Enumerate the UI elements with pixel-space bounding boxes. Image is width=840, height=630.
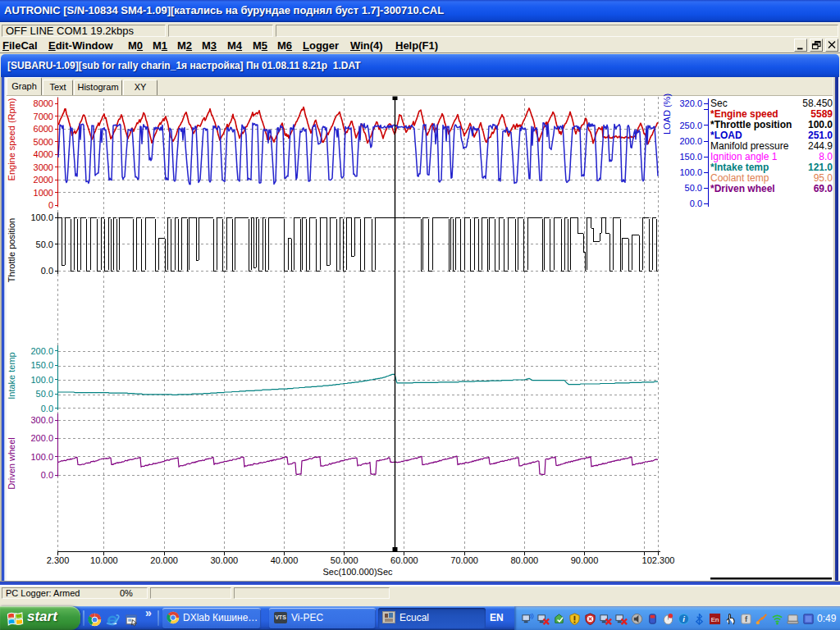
svg-text:1000: 1000	[34, 188, 53, 198]
svg-text:Sec(100.000)Sec: Sec(100.000)Sec	[323, 567, 393, 577]
svg-text:0.0: 0.0	[41, 470, 53, 480]
svg-text:50.0: 50.0	[36, 389, 53, 399]
svg-text:Engine speed (Rpm): Engine speed (Rpm)	[7, 98, 16, 181]
svg-text:250.0: 250.0	[679, 121, 702, 130]
svg-text:2000: 2000	[34, 175, 53, 185]
svg-text:8000: 8000	[34, 98, 53, 108]
svg-text:100.0: 100.0	[30, 452, 53, 462]
svg-text:320.0: 320.0	[679, 98, 702, 108]
svg-text:*Driven wheel: *Driven wheel	[710, 183, 775, 194]
svg-text:60.000: 60.000	[390, 555, 418, 565]
svg-text:50.0: 50.0	[36, 240, 53, 249]
svg-text:*Engine speed: *Engine speed	[710, 108, 778, 120]
svg-text:5000: 5000	[34, 137, 53, 147]
svg-text:121.0: 121.0	[808, 162, 833, 173]
svg-text:20.000: 20.000	[150, 555, 178, 565]
svg-text:40.000: 40.000	[271, 555, 299, 565]
svg-text:Sec: Sec	[710, 98, 728, 109]
svg-text:0: 0	[48, 200, 53, 210]
svg-text:8.0: 8.0	[819, 151, 833, 162]
svg-text:0.0: 0.0	[41, 266, 53, 276]
svg-text:Coolant temp: Coolant temp	[710, 172, 769, 184]
svg-text:30.000: 30.000	[210, 555, 238, 565]
svg-text:10.000: 10.000	[90, 555, 118, 565]
svg-text:5589: 5589	[810, 108, 833, 120]
svg-text:58.450: 58.450	[802, 98, 833, 109]
svg-text:244.9: 244.9	[808, 140, 833, 152]
svg-text:95.0: 95.0	[814, 172, 833, 184]
svg-text:LOAD (%): LOAD (%)	[662, 94, 672, 135]
svg-text:90.000: 90.000	[571, 555, 599, 565]
svg-text:En: En	[711, 616, 719, 623]
svg-text:300.0: 300.0	[30, 415, 53, 425]
svg-text:100.0: 100.0	[679, 167, 702, 177]
svg-text:80.000: 80.000	[510, 555, 538, 565]
svg-text:150.0: 150.0	[30, 360, 53, 370]
svg-text:150.0: 150.0	[679, 152, 702, 162]
svg-text:*Intake temp: *Intake temp	[710, 162, 769, 173]
svg-text:4000: 4000	[34, 149, 53, 159]
svg-text:100.0: 100.0	[30, 375, 53, 385]
svg-text:2.300: 2.300	[47, 555, 70, 565]
svg-text:0.0: 0.0	[41, 404, 53, 413]
svg-text:69.0: 69.0	[814, 183, 833, 194]
svg-text:50.0: 50.0	[685, 183, 702, 193]
svg-text:Ignition angle 1: Ignition angle 1	[710, 151, 778, 162]
svg-text:Manifold pressure: Manifold pressure	[710, 140, 789, 152]
svg-text:Driven wheel: Driven wheel	[7, 437, 16, 490]
svg-text:50.000: 50.000	[331, 555, 358, 565]
svg-text:6000: 6000	[34, 124, 53, 134]
svg-text:7000: 7000	[34, 112, 53, 121]
svg-text:0.0: 0.0	[690, 199, 702, 208]
svg-text:Throttle position: Throttle position	[7, 218, 16, 282]
svg-text:i: i	[682, 615, 685, 623]
svg-text:*Throttle position: *Throttle position	[710, 119, 792, 130]
svg-text:*LOAD: *LOAD	[710, 130, 742, 141]
svg-text:3000: 3000	[34, 162, 53, 172]
svg-text:200.0: 200.0	[30, 433, 53, 443]
svg-text:200.0: 200.0	[679, 136, 702, 146]
svg-text:70.000: 70.000	[450, 555, 478, 565]
svg-text:200.0: 200.0	[30, 346, 53, 356]
svg-text:102.300: 102.300	[642, 555, 675, 565]
svg-text:100.0: 100.0	[808, 119, 833, 130]
svg-text:251.0: 251.0	[808, 130, 833, 141]
svg-text:Intake temp: Intake temp	[7, 352, 16, 399]
svg-text:100.0: 100.0	[30, 212, 53, 222]
